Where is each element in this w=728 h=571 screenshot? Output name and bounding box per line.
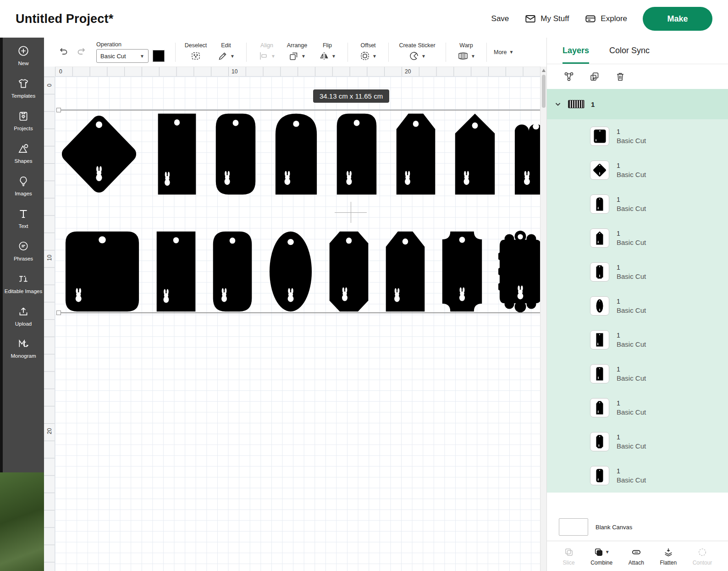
chevron-down-icon: ▼ bbox=[140, 54, 144, 59]
flatten-icon bbox=[663, 547, 673, 557]
tab-layers[interactable]: Layers bbox=[563, 38, 589, 64]
layer-row[interactable]: 1Basic Cut bbox=[547, 357, 728, 391]
operation-select[interactable]: Basic Cut ▼ bbox=[96, 49, 149, 63]
projects-icon bbox=[17, 110, 29, 122]
selection-handle[interactable] bbox=[56, 310, 61, 315]
warp-button[interactable]: Warp ▼ bbox=[453, 42, 480, 62]
layer-group-header[interactable]: 1 bbox=[547, 89, 728, 119]
canvas-shape-scallop-tag[interactable] bbox=[513, 112, 540, 196]
delete-button[interactable] bbox=[614, 70, 627, 83]
flip-button[interactable]: Flip ▼ bbox=[314, 42, 341, 62]
make-button[interactable]: Make bbox=[643, 7, 712, 31]
layer-row[interactable]: 1Basic Cut bbox=[547, 187, 728, 221]
layer-group: 1 1Basic Cut1Basic Cut1Basic Cut1Basic C… bbox=[547, 89, 728, 493]
attach-button[interactable]: Attach bbox=[629, 547, 644, 566]
canvas-shape-dome-tag2[interactable] bbox=[336, 112, 378, 196]
sidebar-item-upload[interactable]: Upload bbox=[3, 305, 44, 327]
create-sticker-icon bbox=[408, 50, 419, 61]
sidebar-item-shapes[interactable]: Shapes bbox=[3, 143, 44, 165]
layers-panel: Layers Color Sync bbox=[546, 38, 728, 571]
canvas-shape-chamfer-tag[interactable] bbox=[395, 112, 436, 196]
layer-thumbnail bbox=[590, 262, 609, 282]
toolbar-divider bbox=[246, 43, 247, 62]
selection-bottom-edge[interactable] bbox=[59, 312, 540, 313]
panel-tabs: Layers Color Sync bbox=[547, 38, 728, 64]
offset-button[interactable]: Offset ▼ bbox=[355, 42, 381, 62]
canvas-shape-diamond[interactable] bbox=[59, 112, 139, 196]
canvas-shape-ellipse[interactable] bbox=[268, 230, 313, 313]
sidebar-item-templates[interactable]: Templates bbox=[3, 78, 44, 100]
sidebar-item-new[interactable]: New bbox=[3, 45, 44, 67]
sidebar-item-phrases[interactable]: Phrases bbox=[3, 240, 44, 262]
sidebar-item-editable-images[interactable]: Editable Images bbox=[3, 273, 44, 295]
color-swatch[interactable] bbox=[153, 50, 165, 62]
sidebar-item-projects[interactable]: Projects bbox=[3, 110, 44, 132]
explore-button[interactable]: Explore bbox=[585, 13, 627, 25]
save-button[interactable]: Save bbox=[491, 14, 509, 23]
redo-icon bbox=[76, 46, 87, 57]
canvas-scrollbar[interactable] bbox=[540, 67, 546, 571]
blank-canvas-swatch[interactable] bbox=[559, 518, 588, 536]
align-icon bbox=[258, 50, 269, 61]
layers-toolbar bbox=[547, 64, 728, 89]
canvas-shape-rect[interactable] bbox=[157, 112, 197, 196]
group-objects-icon bbox=[563, 71, 574, 82]
flatten-button[interactable]: Flatten bbox=[660, 547, 677, 566]
layer-row[interactable]: 1Basic Cut bbox=[547, 221, 728, 255]
canvas-shape-rounded-square[interactable] bbox=[64, 230, 140, 313]
sidebar-item-images[interactable]: Images bbox=[3, 175, 44, 197]
scrollbar-thumb[interactable] bbox=[542, 75, 546, 108]
group-button[interactable] bbox=[563, 70, 575, 83]
layer-row[interactable]: 1Basic Cut bbox=[547, 391, 728, 425]
blank-canvas-row[interactable]: Blank Canvas bbox=[547, 513, 728, 541]
layer-title: 1 bbox=[617, 128, 646, 135]
canvas-shape-rounded-rect[interactable] bbox=[215, 112, 257, 196]
blank-canvas-label: Blank Canvas bbox=[596, 524, 632, 531]
canvas-shape-dome-tag[interactable] bbox=[274, 112, 318, 196]
tab-color-sync[interactable]: Color Sync bbox=[609, 38, 650, 64]
deselect-button[interactable]: Deselect bbox=[182, 42, 209, 62]
redo-button[interactable] bbox=[74, 44, 89, 60]
sidebar-item-text[interactable]: Text bbox=[3, 208, 44, 230]
canvas-shape-chamfer-tag[interactable] bbox=[385, 230, 426, 313]
create-sticker-button[interactable]: Create Sticker ▼ bbox=[396, 42, 439, 62]
layer-row[interactable]: 1Basic Cut bbox=[547, 459, 728, 493]
slice-button[interactable]: Slice bbox=[563, 547, 575, 566]
edit-button[interactable]: Edit ▼ bbox=[213, 42, 239, 62]
selection-handle[interactable] bbox=[56, 108, 61, 112]
operation-group: Operation Basic Cut ▼ bbox=[96, 41, 165, 63]
my-stuff-button[interactable]: My Stuff bbox=[524, 13, 569, 25]
chevron-down-icon: ▼ bbox=[421, 54, 426, 59]
layer-row[interactable]: 1Basic Cut bbox=[547, 255, 728, 289]
design-canvas[interactable]: 34.13 cm x 11.65 cm bbox=[55, 77, 540, 571]
layer-row[interactable]: 1Basic Cut bbox=[547, 153, 728, 187]
duplicate-icon bbox=[589, 71, 600, 82]
canvas-shape-hex-tag[interactable] bbox=[328, 230, 370, 313]
toolbar-divider bbox=[347, 43, 348, 62]
canvas-shape-bracket-tag[interactable] bbox=[441, 230, 483, 313]
canvas-shape-point-tag[interactable] bbox=[454, 112, 496, 196]
contour-button[interactable]: Contour bbox=[693, 547, 712, 566]
upload-icon bbox=[17, 305, 29, 317]
arrange-button[interactable]: Arrange ▼ bbox=[284, 42, 310, 62]
layer-row[interactable]: 1Basic Cut bbox=[547, 119, 728, 153]
canvas-shape-rect[interactable] bbox=[155, 230, 197, 313]
align-button[interactable]: Align ▼ bbox=[254, 42, 280, 62]
chevron-down-icon: ▼ bbox=[509, 50, 513, 55]
layer-row[interactable]: 1Basic Cut bbox=[547, 289, 728, 323]
sidebar-item-monogram[interactable]: Monogram bbox=[3, 338, 44, 360]
layer-operation: Basic Cut bbox=[617, 442, 646, 450]
text-icon bbox=[17, 208, 29, 220]
combine-button[interactable]: ▼ Combine bbox=[590, 547, 612, 566]
canvas-shape-rounded-rect[interactable] bbox=[212, 230, 253, 313]
layer-thumbnail bbox=[590, 228, 609, 248]
more-button[interactable]: More ▼ bbox=[494, 49, 513, 55]
selection-top-edge[interactable] bbox=[59, 110, 540, 111]
layer-row[interactable]: 1Basic Cut bbox=[547, 425, 728, 459]
chevron-down-icon: ▼ bbox=[605, 549, 610, 554]
undo-button[interactable] bbox=[56, 44, 71, 60]
layer-row[interactable]: 1Basic Cut bbox=[547, 323, 728, 357]
scroll-up-arrow-icon[interactable] bbox=[542, 69, 546, 72]
canvas-shape-ornate-tag[interactable] bbox=[498, 230, 540, 313]
duplicate-button[interactable] bbox=[588, 70, 601, 83]
